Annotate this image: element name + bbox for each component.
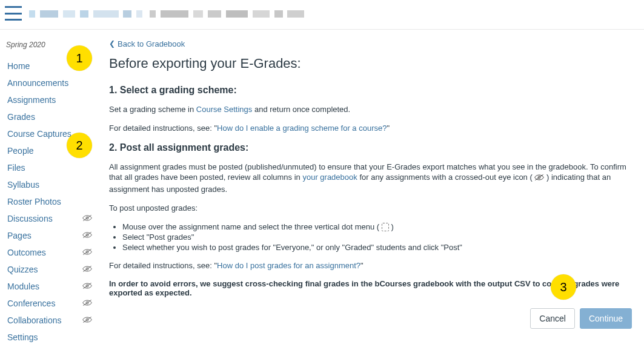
enable-grading-scheme-help-link[interactable]: How do I enable a grading scheme for a c…: [217, 124, 387, 133]
topbar: [0, 0, 644, 30]
sidebar-item-collaborations[interactable]: Collaborations: [6, 312, 97, 329]
sidebar-item-settings[interactable]: Settings: [6, 329, 97, 346]
sidebar-item-announcements[interactable]: Announcements: [6, 74, 97, 91]
section-2-text-3: For detailed instructions, see: "How do …: [109, 260, 632, 271]
list-item: Select "Post grades": [122, 233, 632, 242]
section-1-heading: 1. Select a grading scheme:: [109, 85, 632, 96]
page-title: Before exporting your E-Grades:: [109, 56, 632, 71]
post-grades-help-link[interactable]: How do I post grades for an assignment?: [217, 261, 360, 270]
sidebar-item-people[interactable]: People: [6, 142, 97, 159]
course-settings-link[interactable]: Course Settings: [196, 105, 253, 114]
section-1-text-2: For detailed instructions, see: "How do …: [109, 123, 632, 134]
sidebar-item-roster-photos[interactable]: Roster Photos: [6, 193, 97, 210]
term-label: Spring 2020: [6, 41, 97, 49]
crossed-eye-icon: [534, 173, 544, 184]
hidden-eye-icon: [82, 299, 92, 308]
page-layout: Spring 2020 Home Announcements Assignmen…: [0, 30, 644, 346]
continue-button[interactable]: Continue: [580, 308, 632, 329]
cancel-button[interactable]: Cancel: [530, 308, 575, 329]
hamburger-menu-button[interactable]: [5, 6, 22, 21]
hidden-eye-icon: [82, 214, 92, 223]
sidebar-item-outcomes[interactable]: Outcomes: [6, 244, 97, 261]
sidebar-item-conferences[interactable]: Conferences: [6, 295, 97, 312]
sidebar-item-assignments[interactable]: Assignments: [6, 91, 97, 108]
hidden-eye-icon: [82, 265, 92, 274]
back-to-gradebook-link[interactable]: ❮ Back to Gradebook: [109, 39, 185, 48]
action-bar: Cancel Continue: [109, 308, 632, 329]
cross-check-note: In order to avoid errors, we suggest cro…: [109, 279, 632, 297]
sidebar-item-course-captures[interactable]: Course Captures: [6, 125, 97, 142]
hidden-eye-icon: [82, 282, 92, 291]
post-grades-steps-list: Mouse over the assignment name and selec…: [109, 222, 632, 252]
section-2-heading: 2. Post all assignment grades:: [109, 142, 632, 153]
sidebar-item-discussions[interactable]: Discussions: [6, 210, 97, 227]
sidebar-item-quizzes[interactable]: Quizzes: [6, 261, 97, 278]
list-item: Select whether you wish to post grades f…: [122, 243, 632, 252]
course-sidebar: Spring 2020 Home Announcements Assignmen…: [0, 30, 97, 346]
section-2-text-1: All assignment grades must be posted (pu…: [109, 162, 632, 195]
section-2-text-2: To post unposted grades:: [109, 203, 632, 214]
hidden-eye-icon: [82, 231, 92, 240]
sidebar-item-syllabus[interactable]: Syllabus: [6, 176, 97, 193]
hidden-eye-icon: [82, 248, 92, 257]
sidebar-item-grades[interactable]: Grades: [6, 108, 97, 125]
sidebar-item-files[interactable]: Files: [6, 159, 97, 176]
section-1-text-1: Set a grading scheme in Course Settings …: [109, 104, 632, 115]
breadcrumb: [29, 8, 307, 18]
sidebar-item-pages[interactable]: Pages: [6, 227, 97, 244]
kebab-menu-icon: [382, 223, 389, 231]
hidden-eye-icon: [82, 315, 92, 325]
sidebar-item-modules[interactable]: Modules: [6, 278, 97, 295]
sidebar-item-home[interactable]: Home: [6, 58, 97, 74]
your-gradebook-link[interactable]: your gradebook: [302, 173, 357, 182]
chevron-left-icon: ❮: [109, 39, 115, 48]
main-content: 1 2 3 ❮ Back to Gradebook Before exporti…: [97, 30, 644, 341]
list-item: Mouse over the assignment name and selec…: [122, 222, 632, 231]
